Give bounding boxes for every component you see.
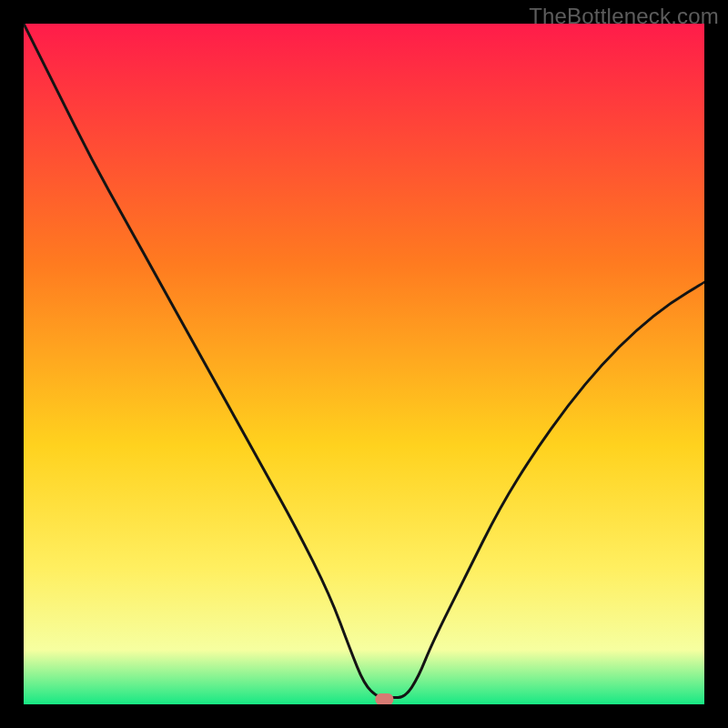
attribution-text: TheBottleneck.com: [529, 4, 719, 29]
bottleneck-plot: [24, 24, 704, 704]
chart-frame: TheBottleneck.com: [0, 0, 728, 728]
plot-area: [24, 24, 704, 704]
min-point-marker: [375, 693, 393, 704]
